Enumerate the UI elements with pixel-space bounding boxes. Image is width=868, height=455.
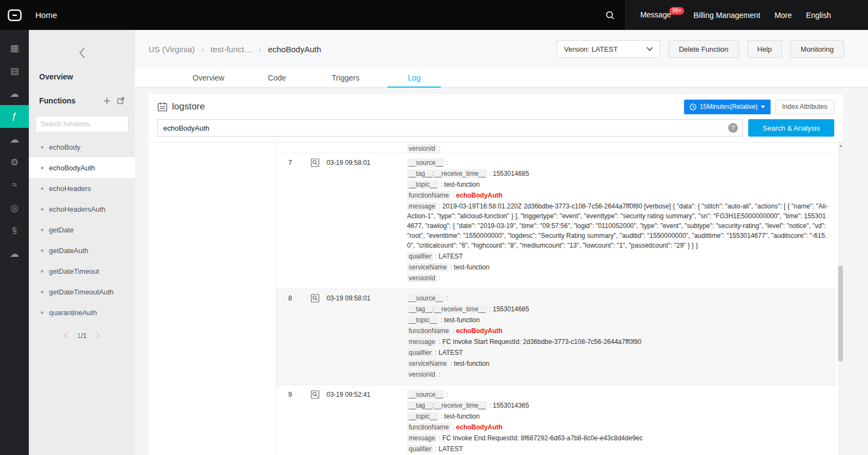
breadcrumb-item[interactable]: test-funct… [211,45,268,54]
tab-triggers[interactable]: Triggers [311,68,380,87]
help-button[interactable]: Help [747,40,783,58]
language-selector[interactable]: English [806,11,831,20]
clock-icon [690,103,697,110]
alibaba-cloud-logo[interactable] [0,0,29,30]
log-field: __source__ [407,293,829,303]
bullet-dot-icon [41,208,44,211]
home-link[interactable]: Home [35,10,57,20]
log-field: messageFC Invoke End RequestId: 8f687292… [407,433,829,443]
tab-content: logstore 15Minutes(Relative) Ind [135,88,868,455]
network-wave-icon[interactable]: ≈ [0,174,29,196]
log-field: __topic__test-function [407,411,829,421]
tab-label: Overview [193,73,224,82]
function-name-label: echoBodyAuth [49,164,95,172]
rail-icon-glyph: ▦ [10,42,19,54]
function-name-label: quarantineAuth [49,309,97,317]
main-content: US (Virginia)test-funct…echoBodyAuth Ver… [135,30,868,455]
field-colon [451,327,456,335]
breadcrumb-item[interactable]: US (Virginia) [149,45,211,54]
time-range-dropdown[interactable]: 15Minutes(Relative) [684,100,771,114]
search-analysis-label: Search & Analysis [763,124,820,132]
log-field-key: message [407,434,437,442]
tab-code[interactable]: Code [243,68,311,87]
up-triangle-icon [839,145,842,147]
cloud-storage-icon[interactable]: ☁ [0,128,29,151]
function-compute-icon[interactable]: ƒ [0,105,29,128]
function-list-item[interactable]: echoHeaders [29,178,135,199]
index-attributes-label: Index Attributes [782,103,827,110]
log-fields: __source__ __tag__:__receive_time__15530… [407,157,836,284]
bullet-dot-icon [41,311,44,314]
function-list-item[interactable]: getDateAuth [29,240,135,261]
rail-icon-glyph: ☁ [10,88,19,100]
search-analysis-button[interactable]: Search & Analysis [748,119,834,137]
open-functions-page-button[interactable] [117,97,125,104]
view-log-detail-button[interactable] [311,294,319,305]
version-dropdown[interactable]: Version: LATEST [557,40,660,58]
add-function-button[interactable] [103,97,110,104]
sidebar-collapse-button[interactable] [29,41,135,65]
log-field-key: __source__ [407,390,445,399]
function-list-item[interactable]: getDate [29,219,135,240]
monitoring-button[interactable]: Monitoring [790,40,844,58]
magnifier-box-icon [311,158,319,167]
bullet-dot-icon [41,229,44,231]
scroll-up-arrow[interactable] [838,143,843,149]
sidebar-item-functions[interactable]: Functions [29,89,135,113]
breadcrumb-item[interactable]: echoBodyAuth [268,45,321,54]
breadcrumb: US (Virginia)test-funct…echoBodyAuth [149,45,321,54]
index-attributes-button[interactable]: Index Attributes [775,100,834,114]
log-left-gutter [149,143,276,455]
log-field: __tag__:__receive_time__1553014365 [407,401,829,410]
log-fields: __source__ __tag__:__receive_time__15530… [407,389,836,455]
log-entries-container: versionId 7 [276,143,843,455]
rail-icon-glyph: ☁ [10,248,19,260]
rail-icon-glyph: ☁ [10,134,19,145]
scrollbar-thumb[interactable] [838,266,843,361]
monitoring-orbit-icon[interactable]: ◎ [0,196,29,219]
more-menu[interactable]: More [774,11,792,20]
sidebar-item-overview[interactable]: Overview [29,65,135,89]
billing-management-menu[interactable]: Billing Management [693,11,760,20]
function-list-item[interactable]: echoBody [29,137,135,157]
log-field-key: __topic__ [407,180,439,189]
log-field-value: 1553014685 [493,170,529,177]
log-field-value: FC Invoke Start RequestId: 2d36bdbe-3773… [442,338,642,346]
ecs-server-icon[interactable]: ▤ [0,59,29,82]
hybrid-cloud-icon[interactable]: ☁ [0,242,29,265]
function-list-pagination: 11 [29,331,135,340]
log-scrollbar[interactable] [838,143,843,455]
container-service-icon[interactable]: ⚙ [0,151,29,174]
log-query-input[interactable] [157,119,743,137]
log-field-value: LATEST [439,445,463,453]
api-link-icon[interactable]: § [0,219,29,242]
global-search-button[interactable] [595,10,625,20]
prev-page-icon[interactable] [64,333,68,339]
logstore-title: logstore [157,101,205,112]
delete-function-button[interactable]: Delete Function [668,40,738,58]
bullet-dot-icon [41,270,44,273]
view-log-detail-button[interactable] [311,158,319,169]
view-log-detail-button[interactable] [311,390,319,401]
log-field-key: __tag__:__receive_time__ [407,169,487,178]
field-colon [437,434,442,442]
function-list-item[interactable]: echoHeadersAuth [29,199,135,219]
log-field-value: 2019-03-19T16:58:01.220Z 2d36bdbe-3773-c… [407,202,828,249]
cloud-service-icon[interactable]: ☁ [0,82,29,105]
tab-log[interactable]: Log [380,68,448,87]
tab-overview[interactable]: Overview [174,68,243,87]
field-colon [487,305,493,313]
function-list-item[interactable]: getDateTimeoutAuth [29,281,135,302]
function-list-item[interactable]: quarantineAuth [29,302,135,323]
log-entries: 7 [276,153,836,455]
log-row: 9 [276,385,836,455]
products-grid-icon[interactable]: ▦ [0,36,29,59]
message-menu[interactable]: Message99+ [640,10,679,20]
log-row: 8 [276,289,836,385]
chevron-left-icon [78,47,85,59]
next-page-icon[interactable] [96,333,100,339]
function-list-item[interactable]: echoBodyAuth [29,157,135,178]
search-functions-input[interactable] [35,116,128,132]
function-list-item[interactable]: getDateTimeout [29,261,135,281]
query-help-icon[interactable]: ? [728,123,738,133]
